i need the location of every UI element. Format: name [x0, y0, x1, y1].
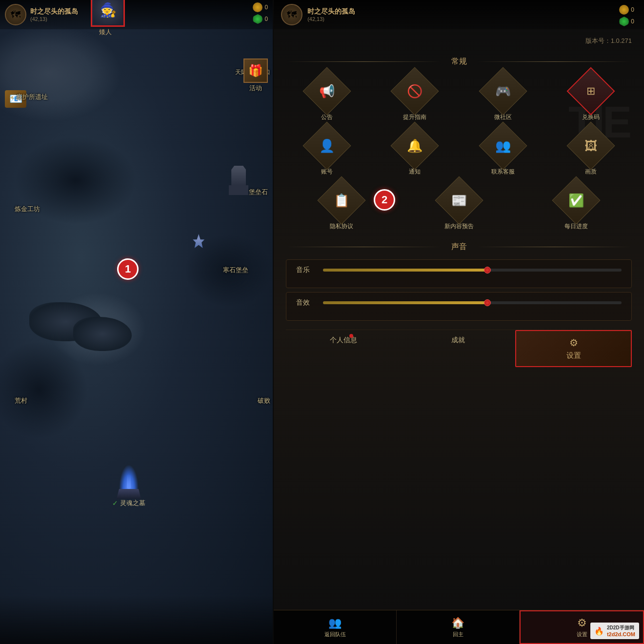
menu-item-daily[interactable]: ✅ 每日进度: [521, 183, 632, 231]
menu-item-redeem[interactable]: ⊞ 兑换码: [550, 74, 632, 121]
map-character: [193, 234, 204, 250]
altar-base: [117, 489, 141, 499]
right-currency-area: 0 0: [619, 5, 634, 26]
right-currency-gold: 0: [619, 5, 634, 15]
menu-item-account[interactable]: 👤 账号: [286, 129, 368, 176]
altar-glow: [119, 465, 139, 489]
achievements-button[interactable]: 成就: [401, 330, 515, 367]
watermark-text-container: 2D2D手游网 t2d2d.COM: [607, 624, 635, 637]
personal-info-button[interactable]: 个人信息: [286, 330, 401, 367]
achievements-label: 成就: [451, 336, 465, 345]
music-slider-thumb[interactable]: [484, 267, 491, 273]
soul-tomb-label: ✓ 灵魂之墓: [112, 499, 145, 507]
menu-item-community[interactable]: 🎮 微社区: [462, 74, 544, 121]
music-slider-track[interactable]: [323, 269, 622, 272]
menu-item-preview[interactable]: 📰 新内容预告: [403, 183, 514, 231]
right-currency-gem: 0: [619, 17, 634, 26]
right-settings-panel: 🗺 时之尽头的孤岛 (42,13) 0 0 TlE 版本号：1.0.271 常规: [274, 0, 644, 644]
notification-icon: 🔔: [407, 138, 423, 154]
sfx-slider-container: 音效: [286, 292, 632, 321]
gift-icon: 🎁: [243, 59, 268, 83]
sfx-slider-fill: [323, 301, 487, 304]
menu-item-upgrade[interactable]: 🚫 提升指南: [374, 74, 456, 121]
community-diamond: 🎮: [479, 67, 527, 116]
top-bar-right: 🗺 时之尽头的孤岛 (42,13) 0 0: [274, 0, 644, 29]
menu-grid-row1: 📢 公告 🚫 提升指南 🎮 微社区 ⊞: [286, 74, 632, 121]
general-section-divider: 常规: [286, 57, 632, 67]
sfx-slider-row: 音效: [296, 298, 622, 307]
char-portrait[interactable]: 🧙: [91, 0, 125, 27]
sound-divider-left: [286, 247, 441, 247]
settings-panel[interactable]: 版本号：1.0.271 常规 📢 公告 🚫 提升指南: [274, 29, 644, 610]
notification-diamond: 🔔: [391, 122, 439, 170]
divider-line-right: [477, 61, 632, 62]
sfx-slider-track[interactable]: [323, 301, 622, 304]
general-section-title: 常规: [446, 57, 472, 67]
privacy-icon: 📋: [334, 193, 349, 208]
tab-settings-icon: ⚙: [577, 617, 587, 629]
char-portrait-inner: 🧙: [93, 0, 122, 24]
bottom-gradient: [0, 595, 273, 644]
music-slider-fill: [323, 269, 487, 272]
version-text: 版本号：1.0.271: [286, 37, 632, 45]
announcement-diamond: 📢: [303, 67, 351, 116]
sound-section-divider: 声音: [286, 242, 632, 252]
altar: ✓ 灵魂之墓: [112, 465, 145, 507]
soul-tomb-text: 灵魂之墓: [120, 499, 145, 507]
community-icon: 🎮: [495, 84, 511, 99]
support-diamond: 👥: [479, 122, 527, 170]
shelter-area: ◂ 庇护所遗址: [10, 93, 48, 101]
checkmark-icon: ✓: [112, 499, 118, 507]
tab-return-party[interactable]: 👥 返回队伍: [274, 610, 397, 644]
menu-item-notification[interactable]: 🔔 通知: [374, 129, 456, 176]
upgrade-icon: 🚫: [407, 84, 423, 99]
divider-line-left: [286, 61, 441, 62]
castle-tower: [229, 166, 248, 195]
menu-item-support[interactable]: 👥 联系客服: [462, 129, 544, 176]
music-slider-container: 音乐: [286, 259, 632, 288]
daily-diamond: ✅: [552, 176, 600, 225]
sfx-slider-thumb[interactable]: [484, 299, 491, 306]
map-icon[interactable]: 🗺: [5, 4, 26, 25]
preview-diamond: 📰: [435, 176, 483, 225]
settings-button[interactable]: ⚙ 设置: [515, 330, 632, 367]
wasteland-label: 荒村: [15, 396, 27, 405]
tab-home[interactable]: 🏠 回主: [397, 610, 520, 644]
location-info: 时之尽头的孤岛 (42,13): [30, 7, 78, 22]
announcement-icon: 📢: [319, 84, 335, 99]
bottom-action-row: 个人信息 成就 ⚙ 设置: [286, 330, 632, 367]
preview-icon: 📰: [451, 193, 467, 208]
right-location-coords: (42,13): [307, 16, 355, 22]
menu-item-graphics[interactable]: 🖼 画质: [550, 129, 632, 176]
watermark-line1: 2D2D手游网: [607, 624, 635, 631]
music-slider-row: 音乐: [296, 266, 622, 274]
right-location-info: 时之尽头的孤岛 (42,13): [307, 7, 355, 22]
step-1-badge: 1: [117, 258, 139, 280]
broken-label: 破败: [258, 396, 270, 405]
shelter-arrow: ◂: [10, 93, 13, 101]
redeem-diamond: ⊞: [566, 67, 615, 116]
top-bar-left: 🗺 时之尽头的孤岛 (42,13) 🧙 矮人 0 0: [0, 0, 273, 29]
activity-label: 活动: [249, 84, 262, 93]
char-figure: [193, 234, 204, 250]
right-gem-icon: [619, 17, 629, 26]
right-map-icon[interactable]: 🗺: [281, 4, 302, 25]
graphics-diamond: 🖼: [566, 122, 615, 170]
redeem-icon: ⊞: [586, 85, 595, 98]
daily-icon: ✅: [568, 193, 584, 208]
tab-party-icon: 👥: [328, 617, 342, 629]
personal-info-label: 个人信息: [330, 336, 357, 345]
music-label: 音乐: [296, 266, 316, 274]
tab-party-label: 返回队伍: [324, 631, 346, 638]
menu-grid-row3: 📋 隐私协议 📰 新内容预告 ✅ 每日进度: [286, 183, 632, 231]
account-diamond: 👤: [303, 122, 351, 170]
left-game-panel: 🗺 时之尽头的孤岛 (42,13) 🧙 矮人 0 0 天际步道人口 🎁: [0, 0, 273, 644]
activity-button[interactable]: 🎁 活动: [243, 59, 268, 93]
right-gold-icon: [619, 5, 629, 15]
menu-item-announcement[interactable]: 📢 公告: [286, 74, 368, 121]
fortress-stone-label: 堡垒石: [249, 188, 268, 196]
right-location-name: 时之尽头的孤岛: [307, 7, 355, 16]
cold-stone-label: 寒石堡垒: [223, 266, 248, 274]
privacy-diamond: 📋: [318, 176, 366, 225]
support-icon: 👥: [495, 138, 511, 154]
